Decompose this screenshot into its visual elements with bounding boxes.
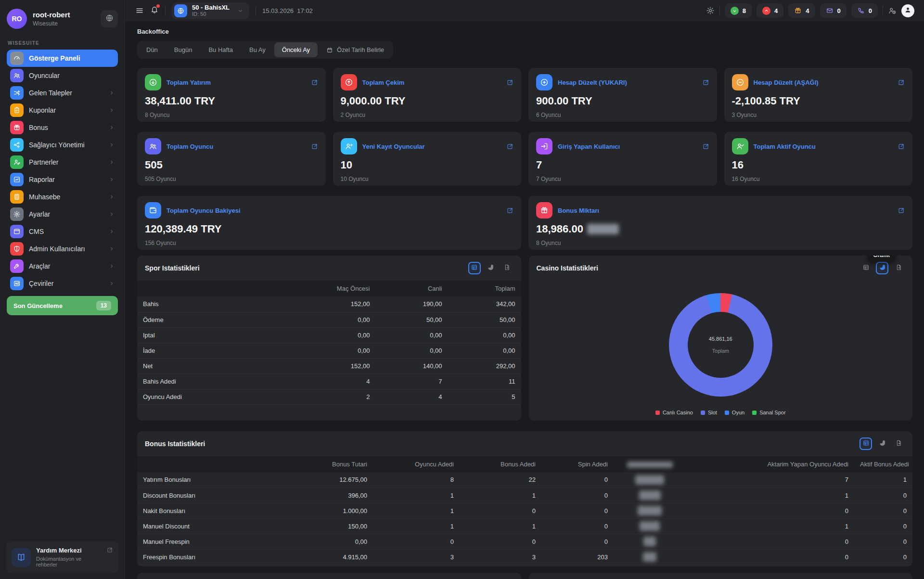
tab-bugün[interactable]: Bugün xyxy=(167,42,200,57)
settings-gear-icon[interactable] xyxy=(706,6,715,15)
sidebar-item-dashboard[interactable]: Gösterge Paneli xyxy=(7,50,118,67)
stat-card-title[interactable]: Toplam Oyuncu Bakiyesi xyxy=(167,207,241,214)
stat-card-title[interactable]: Hesap Düzelt (YUKARI) xyxy=(558,79,627,86)
language-button[interactable] xyxy=(101,10,118,27)
chart-view-button[interactable] xyxy=(485,262,497,274)
tab-dün[interactable]: Dün xyxy=(139,42,166,57)
row-label: Oyuncu Adedi xyxy=(137,389,304,404)
external-link-icon[interactable] xyxy=(506,79,513,86)
external-link-icon[interactable] xyxy=(702,79,709,86)
dashboard-icon xyxy=(10,51,24,65)
column-header: Oyuncu Adedi xyxy=(373,456,460,472)
stat-card: Yeni Kayıt Oyuncular 10 10 Oyuncu xyxy=(333,132,522,186)
topbar-badge-withdrawals[interactable]: 4 xyxy=(757,3,783,18)
external-link-icon[interactable] xyxy=(311,79,318,86)
redacted-cell xyxy=(614,518,686,534)
cell: 4 xyxy=(304,373,376,389)
cell: 5 xyxy=(448,389,521,404)
external-link-icon[interactable] xyxy=(506,143,513,150)
cell: 140,00 xyxy=(376,358,448,373)
mail-icon xyxy=(826,7,834,14)
cell: 0,00 xyxy=(448,343,521,358)
stat-card-title[interactable]: Giriş Yapan Kullanıcı xyxy=(558,143,620,150)
tooltip: Grafik xyxy=(868,256,895,261)
chart-view-button[interactable] xyxy=(876,437,888,450)
export-button[interactable] xyxy=(892,437,905,450)
external-link-icon[interactable] xyxy=(898,79,905,86)
hamburger-menu-icon[interactable] xyxy=(135,6,144,15)
sidebar-item-users[interactable]: Oyuncular xyxy=(7,67,118,84)
tab-önceki-ay[interactable]: Önceki Ay xyxy=(274,42,318,57)
external-link-icon[interactable] xyxy=(311,143,318,150)
table-icon xyxy=(862,264,870,273)
external-link-icon[interactable] xyxy=(898,143,905,150)
sidebar-item-label: Partnerler xyxy=(29,158,58,166)
stat-card-title[interactable]: Hesap Düzelt (AŞAĞI) xyxy=(754,79,819,86)
export-button[interactable] xyxy=(892,262,905,274)
site-selector[interactable]: 50 - BahisXL ID: 50 xyxy=(172,2,249,19)
chevron-right-icon xyxy=(109,90,115,96)
sidebar-item-wrench[interactable]: Araçlar xyxy=(7,257,118,275)
account-avatar[interactable] xyxy=(901,4,914,17)
cell: 203 xyxy=(541,549,614,565)
sidebar-item-shield[interactable]: Admin Kullanıcıları xyxy=(7,240,118,257)
tab-bu-ay[interactable]: Bu Ay xyxy=(242,42,273,57)
pending-users-icon[interactable] xyxy=(888,6,897,15)
user-profile[interactable]: RO root-robert Wisesuite xyxy=(0,0,125,33)
sidebar-item-clipboard[interactable]: Kuponlar xyxy=(7,102,118,119)
sidebar-item-gift[interactable]: Bonus xyxy=(7,119,118,136)
tab-bu-hafta[interactable]: Bu Hafta xyxy=(201,42,241,57)
sidebar-item-label: Ayarlar xyxy=(29,210,50,218)
table-row: Iptal0,000,000,00 xyxy=(137,327,521,343)
row-label: Manuel Freespin xyxy=(137,534,282,549)
table-row: Yatırım Bonusları12.675,00822071 xyxy=(137,472,912,488)
cell: 50,00 xyxy=(448,312,521,327)
notifications-bell-icon[interactable] xyxy=(150,5,159,16)
stat-card-title[interactable]: Toplam Oyuncu xyxy=(167,143,213,150)
topbar-badge-messages[interactable]: 0 xyxy=(820,3,847,18)
table-view-button[interactable] xyxy=(468,262,481,274)
topbar-badge-calls[interactable]: 0 xyxy=(851,3,878,18)
legend-label: Slot xyxy=(708,410,717,415)
stat-card-title[interactable]: Bonus Miktarı xyxy=(558,207,599,214)
topbar-badge-bonuses[interactable]: 4 xyxy=(788,3,815,18)
cell: 0 xyxy=(686,534,854,549)
sidebar-item-label: Kuponlar xyxy=(29,106,56,114)
stat-card-title[interactable]: Yeni Kayıt Oyuncular xyxy=(362,143,425,150)
cell: 0,00 xyxy=(282,534,373,549)
chevron-right-icon xyxy=(109,211,115,217)
external-link-icon[interactable] xyxy=(702,143,709,150)
user-plus-icon xyxy=(341,138,357,154)
export-button[interactable] xyxy=(501,262,513,274)
sidebar-item-translate[interactable]: Çeviriler xyxy=(7,275,118,292)
stat-card-title[interactable]: Toplam Yatırım xyxy=(167,79,211,86)
sidebar-item-gear[interactable]: Ayarlar xyxy=(7,206,118,223)
stat-card-subtitle: 16 Oyuncu xyxy=(732,176,905,182)
stat-card-title[interactable]: Toplam Çekim xyxy=(362,79,405,86)
user-org: Wisesuite xyxy=(33,20,70,27)
last-update-button[interactable]: Son Güncelleme 13 xyxy=(7,296,118,315)
stat-cards: Toplam Yatırım 38,411.00 TRY 8 Oyuncu To… xyxy=(137,68,912,250)
legend-item: Canlı Casino xyxy=(655,410,693,415)
minus-circle-icon xyxy=(732,74,748,90)
sidebar-item-chart[interactable]: Raporlar xyxy=(7,171,118,188)
stat-card-value: 16 xyxy=(732,159,905,171)
user-name: root-robert xyxy=(33,11,70,19)
redacted-cell xyxy=(614,549,686,565)
sidebar-item-calculator[interactable]: Muhasebe xyxy=(7,188,118,206)
stat-card: Toplam Çekim 9,000.00 TRY 2 Oyuncu xyxy=(333,68,522,122)
sidebar-item-window[interactable]: CMS xyxy=(7,223,118,240)
tab-custom-date[interactable]: Özel Tarih Belirle xyxy=(319,42,392,57)
topbar-badge-deposits[interactable]: 8 xyxy=(725,3,752,18)
external-link-icon[interactable] xyxy=(506,207,513,214)
sidebar-item-partner[interactable]: Partnerler xyxy=(7,154,118,171)
sidebar-item-shuffle[interactable]: Gelen Talepler xyxy=(7,84,118,102)
stat-card-title[interactable]: Toplam Aktif Oyuncu xyxy=(754,143,816,150)
external-link-icon[interactable] xyxy=(898,207,905,214)
table-view-button[interactable] xyxy=(860,262,872,274)
chart-view-button[interactable] xyxy=(876,262,888,274)
help-center-card[interactable]: Yardım Merkezi Dokümantasyon ve rehberle… xyxy=(6,541,119,573)
sidebar-item-share[interactable]: Sağlayıcı Yönetimi xyxy=(7,136,118,154)
cell: 342,00 xyxy=(448,296,521,312)
table-view-button[interactable] xyxy=(860,437,872,450)
